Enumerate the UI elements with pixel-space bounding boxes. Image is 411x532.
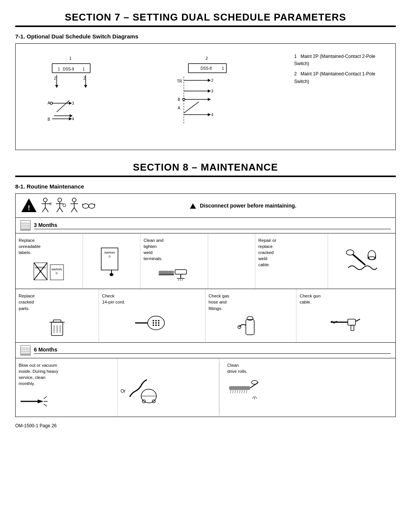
svg-line-69	[71, 208, 74, 212]
svg-line-157	[252, 396, 254, 399]
svg-line-56	[45, 208, 48, 212]
check-gun-img	[299, 308, 392, 339]
section7-title: SECTION 7 – SETTING DUAL SCHEDULE PARAME…	[15, 11, 396, 23]
svg-rect-110	[53, 320, 61, 322]
svg-text:2: 2	[83, 76, 86, 80]
warning-triangle-icon: !	[20, 197, 38, 214]
svg-text:TR: TR	[177, 79, 182, 83]
6months-icon	[20, 345, 31, 356]
svg-marker-138	[38, 399, 43, 403]
svg-text:2: 2	[206, 56, 208, 61]
cell-replace-labels: Replaceunreadablelabels. WARNIN G WARNIN…	[16, 233, 83, 289]
book-svg: WARNIN G	[98, 246, 125, 276]
cable-svg	[344, 247, 379, 275]
svg-line-152	[242, 390, 242, 393]
cell-check-gun: Check guncable.	[296, 289, 395, 342]
cell-repair-cable: Repair orreplacecrackedweldcable.	[255, 233, 328, 289]
dss8-svg: 2 DSS-8 1 TR 2 3 B A	[166, 53, 249, 144]
gun-svg	[329, 311, 363, 335]
vacuum-svg	[128, 370, 158, 404]
cell-or-vacuum: Or	[118, 358, 220, 417]
replace-cracked-text: Replacecrackedparts.	[19, 293, 35, 311]
svg-line-150	[237, 390, 238, 393]
svg-marker-10	[55, 85, 58, 88]
3months-label: 3 Months	[34, 222, 391, 229]
cell-check-gas: Check gashose andfittings.	[206, 289, 296, 342]
svg-line-154	[246, 390, 247, 393]
svg-marker-44	[208, 98, 211, 101]
warning-icon-group: !	[20, 197, 96, 214]
svg-point-104	[368, 251, 376, 260]
svg-text:DSS-9: DSS-9	[63, 67, 74, 71]
cell-check-14pin: Check14-pin cord.	[99, 289, 206, 342]
svg-rect-78	[21, 224, 30, 225]
svg-rect-77	[21, 221, 30, 223]
check-gas-text: Check gashose andfittings.	[209, 293, 229, 311]
diagram-legend: 1 Maint 2P (Maintained-Contact 2-Pole Sw…	[290, 49, 389, 144]
replace-labels-text: Replaceunreadablelabels.	[19, 237, 41, 256]
svg-rect-131	[351, 325, 354, 331]
section8-title-underline	[15, 176, 396, 177]
section8-subsection: 8-1. Routine Maintenance	[15, 183, 396, 190]
section7-title-underline	[15, 26, 396, 27]
svg-rect-79	[21, 225, 30, 227]
person-icon-3	[67, 197, 81, 214]
svg-point-116	[155, 320, 157, 321]
3months-icon	[20, 220, 31, 231]
svg-text:1: 1	[69, 56, 72, 61]
svg-text:2: 2	[54, 76, 56, 80]
warning-inline-triangle	[190, 203, 196, 209]
svg-line-147	[230, 390, 231, 393]
svg-rect-146	[229, 386, 250, 390]
svg-text:A: A	[178, 106, 180, 110]
svg-point-120	[158, 322, 159, 324]
svg-line-101	[182, 279, 183, 281]
6months-header: 6 Months	[16, 343, 395, 358]
svg-rect-125	[246, 320, 254, 335]
svg-text:!: !	[28, 204, 30, 212]
svg-marker-39	[208, 89, 211, 93]
cell-clean-drives: Cleandrive rolls.	[220, 358, 326, 417]
check-14pin-text: Check14-pin cord.	[102, 293, 125, 305]
svg-point-156	[252, 380, 258, 384]
cracked-parts-svg	[46, 315, 68, 337]
svg-rect-136	[21, 352, 30, 353]
warning-row: !	[16, 194, 395, 218]
svg-point-72	[89, 204, 95, 208]
drive-rolls-svg	[227, 377, 261, 403]
svg-marker-17	[69, 102, 72, 105]
svg-line-55	[42, 208, 45, 212]
svg-text:3: 3	[72, 101, 74, 105]
person-icon-1	[38, 197, 52, 214]
cell-blowout: Blow out or vacuuminside. During heavyse…	[16, 358, 118, 417]
dss9-diagram-area: 1 1 DSS-9 1 2 2 A	[22, 49, 154, 144]
svg-rect-135	[21, 350, 30, 351]
svg-text:DSS-8: DSS-8	[201, 66, 212, 70]
cell-replace-cracked: Replacecrackedparts.	[16, 289, 99, 342]
cell-warning-book: WARNIN G	[83, 233, 140, 289]
svg-rect-96	[175, 270, 186, 274]
cell-spacer1	[208, 233, 255, 289]
svg-line-100	[180, 279, 181, 281]
person-icon-2	[53, 197, 67, 214]
svg-text:1: 1	[58, 67, 60, 71]
glasses-icon	[82, 197, 96, 214]
clean-drives-text: Cleandrive rolls.	[227, 362, 247, 374]
svg-point-66	[72, 198, 76, 202]
svg-point-93	[110, 273, 113, 276]
warning-book-img: WARNIN G	[86, 237, 137, 285]
6months-label: 6 Months	[34, 347, 391, 354]
terminals-svg	[158, 264, 190, 285]
gas-svg	[237, 314, 264, 339]
section7-subsection: 7-1. Optional Dual Schedule Switch Diagr…	[15, 33, 396, 40]
svg-line-141	[44, 404, 47, 406]
svg-line-70	[74, 208, 77, 212]
svg-point-15	[50, 102, 53, 104]
svg-line-46	[184, 102, 199, 113]
check-gas-img	[209, 314, 293, 339]
svg-point-52	[43, 198, 47, 202]
section7-diagram-box: 1 1 DSS-9 1 2 2 A	[15, 43, 396, 150]
svg-point-102	[346, 250, 354, 255]
clean-terminals-img	[143, 264, 204, 285]
svg-line-148	[233, 390, 233, 393]
